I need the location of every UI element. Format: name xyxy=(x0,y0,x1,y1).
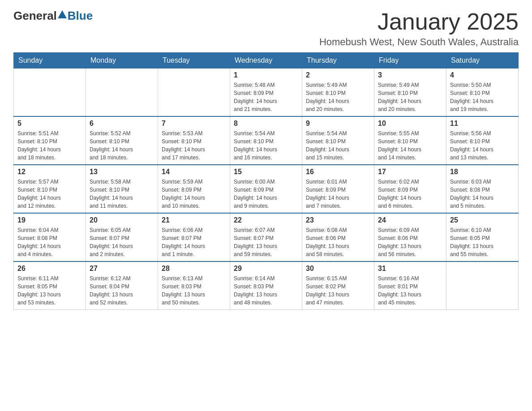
calendar-cell: 15Sunrise: 6:00 AM Sunset: 8:09 PM Dayli… xyxy=(230,165,302,213)
day-info: Sunrise: 5:50 AM Sunset: 8:10 PM Dayligh… xyxy=(450,81,515,113)
day-number: 28 xyxy=(162,265,226,273)
calendar-cell xyxy=(158,68,230,117)
day-number: 22 xyxy=(234,216,298,224)
logo: General Blue xyxy=(13,9,93,23)
logo-blue: Blue xyxy=(68,9,93,23)
page-subtitle: Homebush West, New South Wales, Australi… xyxy=(319,36,519,48)
calendar-cell: 25Sunrise: 6:10 AM Sunset: 8:05 PM Dayli… xyxy=(446,213,519,261)
day-info: Sunrise: 5:58 AM Sunset: 8:10 PM Dayligh… xyxy=(90,178,154,210)
logo-triangle-icon xyxy=(58,10,67,18)
calendar-cell: 31Sunrise: 6:16 AM Sunset: 8:01 PM Dayli… xyxy=(374,261,446,310)
day-number: 31 xyxy=(378,265,442,273)
day-number: 6 xyxy=(90,120,154,128)
day-number: 25 xyxy=(450,216,515,224)
day-info: Sunrise: 6:06 AM Sunset: 8:07 PM Dayligh… xyxy=(162,226,226,258)
day-info: Sunrise: 5:54 AM Sunset: 8:10 PM Dayligh… xyxy=(306,129,370,162)
column-header-thursday: Thursday xyxy=(302,53,374,68)
calendar-week-row: 5Sunrise: 5:51 AM Sunset: 8:10 PM Daylig… xyxy=(14,116,519,165)
calendar-cell: 5Sunrise: 5:51 AM Sunset: 8:10 PM Daylig… xyxy=(14,116,86,165)
day-info: Sunrise: 5:57 AM Sunset: 8:10 PM Dayligh… xyxy=(17,178,82,210)
calendar-cell: 19Sunrise: 6:04 AM Sunset: 8:08 PM Dayli… xyxy=(14,213,86,261)
column-header-wednesday: Wednesday xyxy=(230,53,302,68)
column-header-monday: Monday xyxy=(86,53,158,68)
calendar-week-row: 19Sunrise: 6:04 AM Sunset: 8:08 PM Dayli… xyxy=(14,213,519,261)
day-number: 29 xyxy=(234,265,298,273)
day-number: 1 xyxy=(234,71,298,79)
day-number: 12 xyxy=(17,168,82,176)
day-number: 7 xyxy=(162,120,226,128)
calendar-cell: 14Sunrise: 5:59 AM Sunset: 8:09 PM Dayli… xyxy=(158,165,230,213)
day-number: 16 xyxy=(306,168,370,176)
day-info: Sunrise: 5:56 AM Sunset: 8:10 PM Dayligh… xyxy=(450,129,515,162)
calendar-cell: 18Sunrise: 6:03 AM Sunset: 8:08 PM Dayli… xyxy=(446,165,519,213)
day-info: Sunrise: 6:00 AM Sunset: 8:09 PM Dayligh… xyxy=(234,178,298,210)
day-info: Sunrise: 6:08 AM Sunset: 8:06 PM Dayligh… xyxy=(306,226,370,258)
day-info: Sunrise: 6:09 AM Sunset: 8:06 PM Dayligh… xyxy=(378,226,442,258)
day-info: Sunrise: 6:01 AM Sunset: 8:09 PM Dayligh… xyxy=(306,178,370,210)
day-info: Sunrise: 5:49 AM Sunset: 8:10 PM Dayligh… xyxy=(306,81,370,113)
day-info: Sunrise: 6:14 AM Sunset: 8:03 PM Dayligh… xyxy=(234,274,298,307)
calendar-cell: 12Sunrise: 5:57 AM Sunset: 8:10 PM Dayli… xyxy=(14,165,86,213)
calendar-cell: 27Sunrise: 6:12 AM Sunset: 8:04 PM Dayli… xyxy=(86,261,158,310)
calendar-cell: 26Sunrise: 6:11 AM Sunset: 8:05 PM Dayli… xyxy=(14,261,86,310)
day-info: Sunrise: 6:13 AM Sunset: 8:03 PM Dayligh… xyxy=(162,274,226,307)
day-number: 27 xyxy=(90,265,154,273)
calendar-week-row: 26Sunrise: 6:11 AM Sunset: 8:05 PM Dayli… xyxy=(14,261,519,310)
calendar-cell xyxy=(86,68,158,117)
day-number: 19 xyxy=(17,216,82,224)
day-number: 2 xyxy=(306,71,370,79)
day-number: 9 xyxy=(306,120,370,128)
calendar-cell: 24Sunrise: 6:09 AM Sunset: 8:06 PM Dayli… xyxy=(374,213,446,261)
page-title: January 2025 xyxy=(319,9,519,34)
day-number: 20 xyxy=(90,216,154,224)
calendar-cell: 2Sunrise: 5:49 AM Sunset: 8:10 PM Daylig… xyxy=(302,68,374,117)
day-number: 4 xyxy=(450,71,515,79)
calendar-header-row: SundayMondayTuesdayWednesdayThursdayFrid… xyxy=(14,53,519,68)
day-info: Sunrise: 5:49 AM Sunset: 8:10 PM Dayligh… xyxy=(378,81,442,113)
day-number: 14 xyxy=(162,168,226,176)
page-header: General Blue January 2025 Homebush West,… xyxy=(13,9,519,48)
calendar-cell: 1Sunrise: 5:48 AM Sunset: 8:09 PM Daylig… xyxy=(230,68,302,117)
calendar-cell: 23Sunrise: 6:08 AM Sunset: 8:06 PM Dayli… xyxy=(302,213,374,261)
day-info: Sunrise: 6:11 AM Sunset: 8:05 PM Dayligh… xyxy=(17,274,82,307)
calendar-cell: 3Sunrise: 5:49 AM Sunset: 8:10 PM Daylig… xyxy=(374,68,446,117)
day-number: 3 xyxy=(378,71,442,79)
day-number: 24 xyxy=(378,216,442,224)
calendar-cell: 29Sunrise: 6:14 AM Sunset: 8:03 PM Dayli… xyxy=(230,261,302,310)
logo-general: General xyxy=(13,9,57,23)
day-info: Sunrise: 6:12 AM Sunset: 8:04 PM Dayligh… xyxy=(90,274,154,307)
calendar-cell: 9Sunrise: 5:54 AM Sunset: 8:10 PM Daylig… xyxy=(302,116,374,165)
day-info: Sunrise: 6:16 AM Sunset: 8:01 PM Dayligh… xyxy=(378,274,442,307)
calendar-cell xyxy=(14,68,86,117)
day-info: Sunrise: 5:51 AM Sunset: 8:10 PM Dayligh… xyxy=(17,129,82,162)
calendar-cell: 10Sunrise: 5:55 AM Sunset: 8:10 PM Dayli… xyxy=(374,116,446,165)
title-block: January 2025 Homebush West, New South Wa… xyxy=(319,9,519,48)
calendar-week-row: 1Sunrise: 5:48 AM Sunset: 8:09 PM Daylig… xyxy=(14,68,519,117)
day-info: Sunrise: 6:03 AM Sunset: 8:08 PM Dayligh… xyxy=(450,178,515,210)
calendar-cell xyxy=(446,261,519,310)
day-number: 18 xyxy=(450,168,515,176)
calendar-cell: 13Sunrise: 5:58 AM Sunset: 8:10 PM Dayli… xyxy=(86,165,158,213)
day-info: Sunrise: 6:07 AM Sunset: 8:07 PM Dayligh… xyxy=(234,226,298,258)
calendar-cell: 17Sunrise: 6:02 AM Sunset: 8:09 PM Dayli… xyxy=(374,165,446,213)
calendar-cell: 20Sunrise: 6:05 AM Sunset: 8:07 PM Dayli… xyxy=(86,213,158,261)
calendar-cell: 6Sunrise: 5:52 AM Sunset: 8:10 PM Daylig… xyxy=(86,116,158,165)
calendar-table: SundayMondayTuesdayWednesdayThursdayFrid… xyxy=(13,52,519,310)
day-info: Sunrise: 6:02 AM Sunset: 8:09 PM Dayligh… xyxy=(378,178,442,210)
day-number: 15 xyxy=(234,168,298,176)
calendar-cell: 4Sunrise: 5:50 AM Sunset: 8:10 PM Daylig… xyxy=(446,68,519,117)
day-number: 5 xyxy=(17,120,82,128)
day-number: 10 xyxy=(378,120,442,128)
calendar-cell: 22Sunrise: 6:07 AM Sunset: 8:07 PM Dayli… xyxy=(230,213,302,261)
calendar-cell: 30Sunrise: 6:15 AM Sunset: 8:02 PM Dayli… xyxy=(302,261,374,310)
column-header-friday: Friday xyxy=(374,53,446,68)
day-number: 13 xyxy=(90,168,154,176)
day-number: 23 xyxy=(306,216,370,224)
day-number: 30 xyxy=(306,265,370,273)
calendar-cell: 11Sunrise: 5:56 AM Sunset: 8:10 PM Dayli… xyxy=(446,116,519,165)
day-info: Sunrise: 6:04 AM Sunset: 8:08 PM Dayligh… xyxy=(17,226,82,258)
calendar-cell: 21Sunrise: 6:06 AM Sunset: 8:07 PM Dayli… xyxy=(158,213,230,261)
day-info: Sunrise: 6:15 AM Sunset: 8:02 PM Dayligh… xyxy=(306,274,370,307)
day-info: Sunrise: 6:05 AM Sunset: 8:07 PM Dayligh… xyxy=(90,226,154,258)
column-header-saturday: Saturday xyxy=(446,53,519,68)
